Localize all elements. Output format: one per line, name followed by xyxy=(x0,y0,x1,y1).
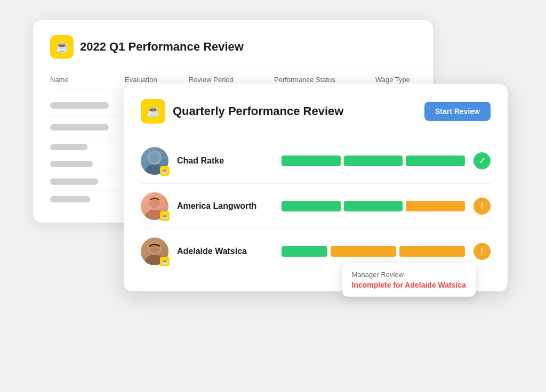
start-review-button[interactable]: Start Review xyxy=(424,102,491,121)
chad-bar-2 xyxy=(344,156,403,166)
fg-card-title: Quarterly Performance Review xyxy=(173,104,343,118)
bg-card-title: 2022 Q1 Performance Review xyxy=(80,40,244,54)
america-bar-2 xyxy=(344,201,403,211)
adelaide-bar-2 xyxy=(331,246,396,257)
tooltip-text: Incomplete for Adelaide Watsica xyxy=(352,281,466,289)
chad-bar-1 xyxy=(282,156,341,166)
america-bar-1 xyxy=(282,201,341,211)
chad-bar-3 xyxy=(406,156,465,166)
adelaide-bar-1 xyxy=(282,246,327,257)
employee-row-chad: ☕ Chad Ratke ✓ xyxy=(141,138,491,184)
bg-logo-icon: ☕ xyxy=(50,35,74,59)
fg-card-header: ☕ Quarterly Performance Review Start Rev… xyxy=(141,99,491,124)
america-avatar-container: ☕ xyxy=(141,192,168,220)
col-wage-type: Wage Type xyxy=(375,76,439,84)
adelaide-avatar-container: ☕ xyxy=(141,238,168,265)
chad-badge: ☕ xyxy=(160,166,170,176)
adelaide-name: Adelaide Watsica xyxy=(177,247,273,256)
america-status-icon: ! xyxy=(473,198,491,215)
bg-card-header: ☕ 2022 Q1 Performance Review xyxy=(50,35,416,59)
col-review-period: Review Period xyxy=(189,76,274,84)
adelaide-progress-bars xyxy=(282,246,465,257)
america-progress-bars xyxy=(282,201,465,211)
fg-header-left: ☕ Quarterly Performance Review xyxy=(141,99,343,124)
chad-name: Chad Ratke xyxy=(177,156,273,166)
chad-progress-bars xyxy=(282,156,465,166)
col-name: Name xyxy=(50,76,125,84)
adelaide-status-icon: ! xyxy=(473,243,491,260)
chad-avatar-container: ☕ xyxy=(141,147,168,175)
adelaide-bar-3 xyxy=(399,246,465,257)
america-bar-3 xyxy=(406,201,465,211)
svg-point-2 xyxy=(149,152,160,163)
employee-row-america: ☕ America Langworth ! xyxy=(141,184,491,229)
col-evaluation: Evaluation xyxy=(125,76,189,84)
chad-status-icon: ✓ xyxy=(473,152,491,169)
tooltip: Manager Review Incomplete for Adelaide W… xyxy=(342,263,476,297)
america-name: America Langworth xyxy=(177,201,273,211)
foreground-card: ☕ Quarterly Performance Review Start Rev… xyxy=(124,84,508,291)
fg-logo-icon: ☕ xyxy=(141,99,165,124)
col-performance-status: Performance Status xyxy=(274,76,375,84)
tooltip-title: Manager Review xyxy=(352,271,466,279)
adelaide-badge: ☕ xyxy=(160,257,170,266)
america-badge: ☕ xyxy=(160,211,170,221)
